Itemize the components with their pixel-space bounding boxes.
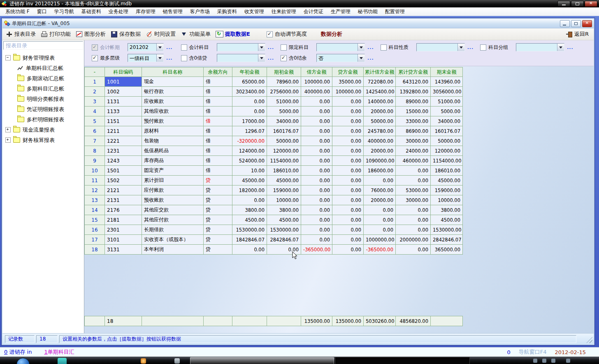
table-cell[interactable]: 0.00 xyxy=(301,136,332,146)
table-cell[interactable]: 45000.00 xyxy=(431,176,463,185)
row-number-cell[interactable]: 15 xyxy=(85,215,105,225)
row-number-cell[interactable]: 13 xyxy=(85,195,105,205)
table-cell[interactable]: 2000000.00 xyxy=(396,235,431,245)
table-cell[interactable]: 应付账款 xyxy=(142,185,204,195)
window-list-item-report[interactable]: 1单期科目汇 xyxy=(44,348,74,356)
checkbox-unchecked-icon[interactable] xyxy=(480,44,486,51)
filter-combo[interactable]: 一级科目 xyxy=(128,54,164,62)
menu-item[interactable]: 会计凭证 xyxy=(300,7,327,16)
taskbar-icon[interactable] xyxy=(141,358,146,364)
table-cell[interactable]: 0.00 xyxy=(332,205,364,215)
table-cell[interactable]: 34000.00 xyxy=(267,116,301,126)
table-cell[interactable]: 0.00 xyxy=(301,185,332,195)
minus-expander-icon[interactable] xyxy=(5,55,11,60)
taskbar-window-button[interactable] xyxy=(335,357,470,364)
tree-item[interactable]: 多期滚动汇总帐 xyxy=(2,73,84,83)
table-cell[interactable]: 20000.00 xyxy=(364,107,396,116)
chevron-down-icon[interactable] xyxy=(557,44,564,51)
table-cell[interactable]: 0.00 xyxy=(332,156,364,166)
table-cell[interactable]: 1131 xyxy=(105,97,142,107)
tree-item[interactable]: 现金流量报表 xyxy=(2,125,84,135)
checkbox-checked-icon[interactable] xyxy=(281,55,287,61)
table-cell[interactable]: 0.00 xyxy=(301,107,332,116)
table-cell[interactable]: 5000.00 xyxy=(431,107,463,116)
row-number-cell[interactable]: 8 xyxy=(85,146,105,156)
table-cell[interactable]: 1001 xyxy=(105,77,142,87)
table-cell[interactable]: 0.00 xyxy=(267,245,301,255)
table-cell[interactable]: 4500.00 xyxy=(267,215,301,225)
more-options-button[interactable]: ... xyxy=(166,56,173,61)
table-cell[interactable]: 45000.00 xyxy=(232,176,267,185)
checkbox-checked-icon[interactable] xyxy=(92,44,98,51)
checkbox-unchecked-icon[interactable] xyxy=(381,44,387,51)
table-cell[interactable]: 0.00 xyxy=(332,146,364,156)
time-toolbar-button[interactable]: 时间设置 xyxy=(146,30,176,38)
table-cell[interactable]: 0.00 xyxy=(332,176,364,185)
table-cell[interactable]: 借 xyxy=(204,166,232,176)
row-number-cell[interactable]: 9 xyxy=(85,156,105,166)
table-cell[interactable]: 2121 xyxy=(105,185,142,195)
table-cell[interactable]: 1133 xyxy=(105,107,142,116)
table-cell[interactable]: 0.00 xyxy=(396,245,431,255)
table-cell[interactable]: 30000.00 xyxy=(396,136,431,146)
table-cell[interactable]: 0.00 xyxy=(332,245,364,255)
table-cell[interactable]: 3131 xyxy=(105,245,142,255)
table-cell[interactable]: 643120.00 xyxy=(396,77,431,87)
table-cell[interactable]: 34000.00 xyxy=(431,116,463,126)
menu-item[interactable]: 配置管理 xyxy=(381,7,409,16)
table-cell[interactable]: 20000.00 xyxy=(364,146,396,156)
table-cell[interactable]: 0.00 xyxy=(364,205,396,215)
menu-item[interactable]: 收支管理 xyxy=(241,7,268,16)
column-header[interactable]: 贷方金额 xyxy=(332,67,364,77)
table-cell[interactable]: 50000.00 xyxy=(431,136,463,146)
table-cell[interactable]: 100000.00 xyxy=(301,77,332,87)
row-number-cell[interactable]: 5 xyxy=(85,116,105,126)
menu-item[interactable]: 销售管理 xyxy=(159,7,186,16)
table-cell[interactable]: 182000.00 xyxy=(232,185,267,195)
row-number-cell[interactable]: 1 xyxy=(85,77,105,87)
table-cell[interactable]: 0.00 xyxy=(396,225,431,235)
table-cell[interactable]: 贷 xyxy=(204,225,232,235)
table-cell[interactable]: 借 xyxy=(204,107,232,116)
table-cell[interactable]: 0.00 xyxy=(364,215,396,225)
table-cell[interactable]: 贷 xyxy=(204,205,232,215)
table-cell[interactable]: 17000.00 xyxy=(232,116,267,126)
report-minimize-button[interactable] xyxy=(560,20,570,27)
table-cell[interactable]: 0.00 xyxy=(396,166,431,176)
table-cell[interactable]: 4500.00 xyxy=(232,215,267,225)
table-cell[interactable]: 借 xyxy=(204,116,232,126)
table-cell[interactable]: 借 xyxy=(204,77,232,87)
table-cell[interactable]: 86900.00 xyxy=(396,126,431,136)
table-cell[interactable]: 460000.00 xyxy=(396,156,431,166)
table-cell[interactable]: 0.00 xyxy=(332,166,364,176)
chevron-down-icon[interactable] xyxy=(258,54,265,62)
more-options-button[interactable]: ... xyxy=(467,45,474,50)
row-number-cell[interactable]: 2 xyxy=(85,87,105,97)
table-cell[interactable]: 3800.00 xyxy=(267,205,301,215)
tray-icon[interactable] xyxy=(551,359,555,363)
table-cell[interactable]: 186010.00 xyxy=(431,166,463,176)
table-cell[interactable]: 2176 xyxy=(105,205,142,215)
table-cell[interactable]: 1502 xyxy=(105,176,142,185)
table-cell[interactable]: 1090000.00 xyxy=(364,156,396,166)
table-cell[interactable]: 524000.00 xyxy=(232,156,267,166)
table-cell[interactable]: 0.00 xyxy=(364,176,396,185)
more-options-button[interactable]: ... xyxy=(367,45,374,50)
table-cell[interactable]: 其他应收款 xyxy=(142,107,204,116)
table-cell[interactable]: 51000.00 xyxy=(431,97,463,107)
table-cell[interactable]: 100000.00 xyxy=(332,87,364,97)
table-cell[interactable]: 累计折旧 xyxy=(142,176,204,185)
table-cell[interactable]: 贷 xyxy=(204,185,232,195)
table-cell[interactable]: 1000000.00 xyxy=(364,235,396,245)
table-cell[interactable]: 2131 xyxy=(105,195,142,205)
table-cell[interactable]: 4500.00 xyxy=(431,215,463,225)
table-cell[interactable]: 3800.00 xyxy=(232,205,267,215)
more-options-button[interactable]: ... xyxy=(166,45,173,50)
table-cell[interactable]: 库存商品 xyxy=(142,156,204,166)
table-cell[interactable]: 722080.00 xyxy=(364,77,396,87)
chevron-down-icon[interactable] xyxy=(358,44,365,51)
table-cell[interactable]: 3056000.00 xyxy=(431,87,463,97)
table-cell[interactable]: 其他应交款 xyxy=(142,205,204,215)
table-cell[interactable]: 1501 xyxy=(105,166,142,176)
row-number-cell[interactable]: 17 xyxy=(85,235,105,245)
